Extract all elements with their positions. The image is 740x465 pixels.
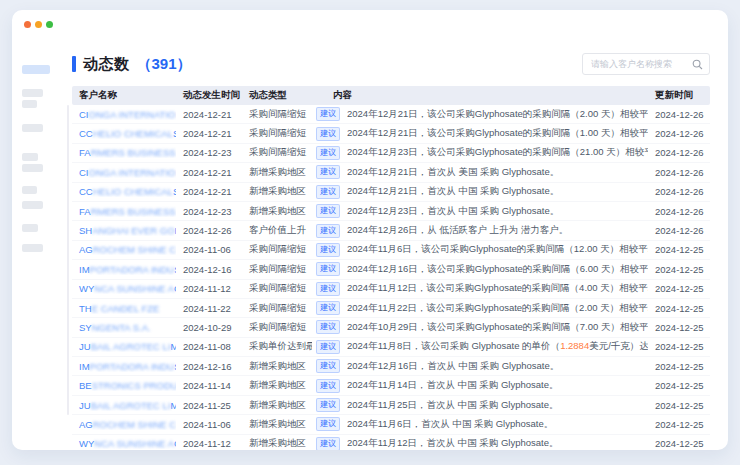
sidebar-item[interactable] — [22, 124, 43, 132]
redacted-name-segment: RMERS BUSINESS — [91, 206, 176, 217]
customer-name-link[interactable]: JUBAIL AGROTEC LIMITED — [72, 341, 176, 352]
sidebar-item[interactable] — [22, 186, 37, 194]
sidebar-item-active[interactable] — [22, 65, 50, 74]
updated-date: 2024-12-26 — [648, 147, 710, 158]
content-text: 2024年12月21日，首次从 中国 采购 Glyphosate。 — [347, 185, 559, 198]
suggestion-badge[interactable]: 建议 — [316, 340, 340, 354]
suggestion-badge[interactable]: 建议 — [316, 282, 340, 296]
dynamic-type: 新增采购地区 — [242, 166, 312, 179]
content-cell: 建议2024年12月21日，首次从 中国 采购 Glyphosate。 — [312, 185, 648, 199]
suggestion-badge[interactable]: 建议 — [316, 359, 340, 373]
content-cell: 建议2024年11月14日，首次从 中国 采购 Glyphosate。 — [312, 379, 648, 393]
column-header-name: 客户名称 — [72, 89, 176, 102]
customer-name-link[interactable]: CCHELIO CHEMICALS LLC — [72, 186, 176, 197]
table-row: FARMERS BUSINESSNET...2024-12-23新增采购地区建议… — [72, 202, 710, 221]
event-date: 2024-10-29 — [176, 322, 242, 333]
window-close-icon[interactable] — [24, 21, 31, 28]
suggestion-badge[interactable]: 建议 — [316, 185, 340, 199]
customer-name-link[interactable]: CIONGA INTERNATIONAL L... — [72, 109, 176, 120]
table-row: JUBAIL AGROTEC LIMITED2024-11-25新增采购地区建议… — [72, 396, 710, 415]
column-header-content: 内容 — [312, 89, 648, 102]
app-window: 动态数 （391） 客户名称动态发生时间动态类型内容更新时间 CIONGA IN… — [12, 10, 728, 450]
event-date: 2024-11-22 — [176, 303, 242, 314]
page-title: 动态数 — [83, 55, 130, 74]
sidebar-item[interactable] — [22, 201, 43, 209]
suggestion-badge[interactable]: 建议 — [316, 204, 340, 218]
event-date: 2024-12-26 — [176, 225, 242, 236]
event-date: 2024-12-21 — [176, 186, 242, 197]
dynamic-type: 采购间隔缩短 — [242, 263, 312, 276]
window-minimize-icon[interactable] — [35, 21, 42, 28]
suggestion-badge[interactable]: 建议 — [316, 320, 340, 334]
event-date: 2024-12-21 — [176, 167, 242, 178]
redacted-name-segment: NCA SUNSHINE A — [94, 438, 174, 449]
updated-date: 2024-12-25 — [648, 400, 710, 411]
suggestion-badge[interactable]: 建议 — [316, 107, 340, 121]
sidebar-item[interactable] — [22, 153, 38, 161]
customer-name-link[interactable]: WYNCA SUNSHINE AGRIC ... — [72, 283, 176, 294]
suggestion-badge[interactable]: 建议 — [316, 146, 340, 160]
customer-name-link[interactable]: THE CANDEL FZE — [72, 303, 176, 314]
record-count: （391） — [137, 55, 192, 74]
redacted-name-segment: NGENTA S.A. — [92, 322, 151, 333]
customer-name-link[interactable]: SHANGHAI EVER GOINTER... — [72, 225, 176, 236]
redacted-name-segment: PORTADORA INDU — [90, 361, 175, 372]
customer-name-link[interactable]: CCHELIO CHEMICALS LLC — [72, 128, 176, 139]
customer-name-link[interactable]: AGROCHEM SHINE COMPA... — [72, 419, 176, 430]
table-row: CCHELIO CHEMICALS LLC2024-12-21新增采购地区建议2… — [72, 183, 710, 202]
content-cell: 建议2024年12月23日，该公司采购Glyphosate的采购间隔（21.00… — [312, 146, 648, 160]
redacted-name-segment: ROCHEM SHINE C — [93, 244, 176, 255]
sidebar-item[interactable] — [22, 224, 38, 232]
updated-date: 2024-12-26 — [648, 167, 710, 178]
search-icon[interactable] — [692, 59, 703, 70]
suggestion-badge[interactable]: 建议 — [316, 262, 340, 276]
window-maximize-icon[interactable] — [46, 21, 53, 28]
redacted-name-segment: HELIO CHEMICAL — [93, 128, 173, 139]
suggestion-badge[interactable]: 建议 — [316, 127, 340, 141]
search-box — [582, 53, 710, 75]
column-header-updated: 更新时间 — [648, 89, 710, 102]
updated-date: 2024-12-25 — [648, 244, 710, 255]
sidebar-item[interactable] — [22, 89, 43, 97]
dynamic-type: 采购单价达到最低值 — [242, 340, 312, 353]
dynamic-type: 新增采购地区 — [242, 205, 312, 218]
table-header-row: 客户名称动态发生时间动态类型内容更新时间 — [72, 86, 710, 105]
content-cell: 建议2024年12月23日，首次从 中国 采购 Glyphosate。 — [312, 204, 648, 218]
suggestion-badge[interactable]: 建议 — [316, 437, 340, 450]
dynamic-type: 新增采购地区 — [242, 379, 312, 392]
event-date: 2024-12-23 — [176, 206, 242, 217]
table-row: CCHELIO CHEMICALS LLC2024-12-21采购间隔缩短建议2… — [72, 124, 710, 143]
sidebar-item[interactable] — [22, 100, 37, 108]
suggestion-badge[interactable]: 建议 — [316, 224, 340, 238]
table-row: AGROCHEM SHINE COMPA...2024-11-06新增采购地区建… — [72, 415, 710, 434]
updated-date: 2024-12-25 — [648, 283, 710, 294]
main-panel: 动态数 （391） 客户名称动态发生时间动态类型内容更新时间 CIONGA IN… — [67, 38, 728, 450]
customer-name-link[interactable]: SYNGENTA S.A. — [72, 322, 176, 333]
event-date: 2024-12-16 — [176, 361, 242, 372]
sidebar-item[interactable] — [22, 164, 43, 172]
suggestion-badge[interactable]: 建议 — [316, 165, 340, 179]
customer-name-link[interactable]: FARMERS BUSINESSNET... — [72, 206, 176, 217]
suggestion-badge[interactable]: 建议 — [316, 243, 340, 257]
page-header: 动态数 （391） — [72, 52, 710, 76]
customer-name-link[interactable]: CIONGA INTERNATIONAL L... — [72, 167, 176, 178]
suggestion-badge[interactable]: 建议 — [316, 417, 340, 431]
customer-name-link[interactable]: IMPORTADORA INDUSTRIA... — [72, 264, 176, 275]
table-body: CIONGA INTERNATIONAL L...2024-12-21采购间隔缩… — [72, 105, 710, 450]
dynamics-table: 客户名称动态发生时间动态类型内容更新时间 CIONGA INTERNATIONA… — [72, 86, 710, 450]
updated-date: 2024-12-25 — [648, 438, 710, 449]
search-input[interactable] — [582, 53, 710, 75]
content-text: 2024年12月16日，首次从 中国 采购 Glyphosate。 — [347, 360, 559, 373]
sidebar-item[interactable] — [22, 244, 43, 252]
customer-name-link[interactable]: AGROCHEM SHINE COMPA... — [72, 244, 176, 255]
updated-date: 2024-12-26 — [648, 109, 710, 120]
customer-name-link[interactable]: BESTRONICS PRODUCTIO... — [72, 380, 176, 391]
customer-name-link[interactable]: WYNCA SUNSHINE AGRIC ... — [72, 438, 176, 449]
suggestion-badge[interactable]: 建议 — [316, 398, 340, 412]
suggestion-badge[interactable]: 建议 — [316, 379, 340, 393]
customer-name-link[interactable]: FARMERS BUSINESSNET... — [72, 147, 176, 158]
content-text: 2024年12月23日，该公司采购Glyphosate的采购间隔（21.00 天… — [347, 146, 648, 159]
customer-name-link[interactable]: IMPORTADORA INDUSTRIA... — [72, 361, 176, 372]
suggestion-badge[interactable]: 建议 — [316, 301, 340, 315]
customer-name-link[interactable]: JUBAIL AGROTEC LIMITED — [72, 400, 176, 411]
